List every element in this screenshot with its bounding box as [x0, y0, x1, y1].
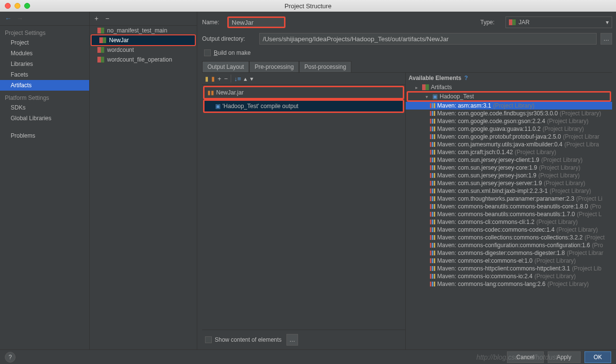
available-library[interactable]: Maven: commons-lang:commons-lang:2.6 (Pr… [406, 280, 612, 288]
library-suffix: (Project Library) [547, 118, 588, 125]
name-label: Name: [202, 19, 223, 26]
available-library[interactable]: Maven: commons-cli:commons-cli:1.2 (Proj… [406, 218, 612, 226]
remove-icon[interactable]: − [105, 15, 109, 22]
available-library[interactable]: Maven: com.sun.jersey:jersey-client:1.9 … [406, 156, 612, 164]
library-name: Maven: commons-el:commons-el:1.0 [437, 257, 533, 264]
sort-icon[interactable]: ↓≡ [234, 75, 241, 82]
browse-button[interactable]: … [600, 33, 612, 45]
available-library[interactable]: Maven: commons-beanutils:commons-beanuti… [406, 203, 612, 210]
available-library[interactable]: Maven: commons-io:commons-io:2.4 (Projec… [406, 272, 612, 280]
sidebar-item-project[interactable]: Project [0, 37, 89, 48]
library-name: Maven: com.google.guava:guava:11.0.2 [437, 126, 540, 132]
artifact-item[interactable]: wordcount_file_operation [90, 55, 197, 64]
available-library[interactable]: Maven: com.jamesmurty.utils:java-xmlbuil… [406, 141, 612, 148]
sidebar-item-libraries[interactable]: Libraries [0, 59, 89, 69]
available-library[interactable]: Maven: com.google.code.gson:gson:2.2.4 (… [406, 117, 612, 125]
available-root-label: Artifacts [431, 84, 452, 91]
library-icon [430, 258, 435, 263]
sidebar-item-global-libraries[interactable]: Global Libraries [0, 113, 89, 124]
type-select[interactable]: JAR ▾ [505, 16, 612, 28]
available-library[interactable]: Maven: com.google.guava:guava:11.0.2 (Pr… [406, 125, 612, 133]
minimize-icon[interactable] [15, 3, 20, 9]
compile-output-label: 'Hadoop_Test' compile output [222, 103, 299, 110]
available-library[interactable]: Maven: com.sun.jersey:jersey-json:1.9 (P… [406, 172, 612, 179]
artifact-item[interactable]: no_manifest_test_main [90, 26, 197, 35]
ok-button[interactable]: OK [584, 351, 611, 363]
library-suffix: (Project L [577, 211, 601, 218]
help-icon[interactable]: ? [464, 75, 468, 81]
help-button[interactable]: ? [5, 352, 16, 363]
add-icon[interactable]: + [95, 15, 98, 22]
maximize-icon[interactable] [24, 3, 30, 9]
available-library[interactable]: Maven: commons-configuration:commons-con… [406, 241, 612, 249]
library-name: Maven: commons-beanutils:commons-beanuti… [437, 203, 588, 210]
available-library[interactable]: Maven: commons-beanutils:commons-beanuti… [406, 210, 612, 218]
library-icon [430, 142, 435, 147]
new-archive-icon[interactable]: ▮ [211, 75, 215, 82]
library-name: Maven: commons-beanutils:commons-beanuti… [437, 211, 575, 218]
add-copy-icon[interactable]: + [218, 75, 221, 82]
tab-output-layout[interactable]: Output Layout [202, 61, 249, 72]
sidebar-item-facets[interactable]: Facets [0, 69, 89, 80]
available-library[interactable]: Maven: asm:asm:3.1 (Project Library) [406, 102, 612, 110]
library-suffix: (Pro [590, 203, 601, 210]
sidebar-item-artifacts[interactable]: Artifacts [0, 80, 89, 91]
available-library[interactable]: Maven: com.jcraft:jsch:0.1.42 (Project L… [406, 148, 612, 156]
titlebar: Project Structure [0, 0, 616, 12]
artifact-item[interactable]: wordcount [90, 45, 197, 55]
jar-root-node[interactable]: ▮▮NewJar.jar [203, 86, 404, 99]
available-library[interactable]: Maven: commons-codec:commons-codec:1.4 (… [406, 226, 612, 234]
library-name: Maven: com.sun.jersey:jersey-core:1.9 [437, 164, 537, 171]
compile-output-node[interactable]: ▣'Hadoop_Test' compile output [203, 99, 404, 113]
show-content-checkbox[interactable] [205, 336, 212, 343]
remove-item-icon[interactable]: − [224, 75, 228, 82]
available-library[interactable]: Maven: commons-el:commons-el:1.0 (Projec… [406, 257, 612, 265]
move-down-icon[interactable]: ▾ [250, 75, 253, 82]
library-icon [430, 150, 435, 155]
tab-pre-processing[interactable]: Pre-processing [249, 61, 299, 72]
available-library[interactable]: Maven: com.sun.xml.bind:jaxb-impl:2.2.3-… [406, 187, 612, 195]
module-icon: ▣ [432, 93, 438, 100]
arrow-down-icon: ▾ [426, 94, 430, 99]
available-library[interactable]: Maven: com.google.code.findbugs:jsr305:3… [406, 110, 612, 117]
available-library[interactable]: Maven: com.sun.jersey:jersey-server:1.9 … [406, 179, 612, 187]
library-name: Maven: com.thoughtworks.paranamer:parana… [437, 195, 574, 202]
new-folder-icon[interactable]: ▮ [205, 75, 208, 82]
move-up-icon[interactable]: ▴ [244, 75, 247, 82]
library-suffix: (Project Library) [515, 149, 556, 156]
library-name: Maven: commons-httpclient:commons-httpcl… [437, 265, 570, 272]
build-on-make-checkbox[interactable] [204, 49, 211, 56]
close-icon[interactable] [5, 3, 11, 9]
sidebar-item-modules[interactable]: Modules [0, 48, 89, 59]
available-library[interactable]: Maven: commons-collections:commons-colle… [406, 234, 612, 241]
name-input[interactable] [227, 16, 285, 28]
available-module[interactable]: ▾▣Hadoop_Test [407, 91, 611, 102]
chevron-down-icon: ▾ [606, 19, 609, 26]
sidebar-item-sdks[interactable]: SDKs [0, 102, 89, 113]
cancel-button[interactable]: Cancel [507, 351, 543, 363]
show-content-label: Show content of elements [215, 336, 282, 343]
library-name: Maven: commons-lang:commons-lang:2.6 [437, 281, 545, 287]
forward-icon[interactable]: → [16, 15, 23, 22]
available-library[interactable]: Maven: com.thoughtworks.paranamer:parana… [406, 195, 612, 203]
library-icon [430, 204, 435, 209]
available-library[interactable]: Maven: com.google.protobuf:protobuf-java… [406, 133, 612, 141]
tab-post-processing[interactable]: Post-processing [299, 61, 351, 72]
library-name: Maven: com.sun.jersey:jersey-client:1.9 [437, 157, 539, 163]
library-icon [430, 189, 435, 193]
available-library[interactable]: Maven: commons-digester:commons-digester… [406, 249, 612, 257]
back-icon[interactable]: ← [5, 15, 12, 22]
show-content-more[interactable]: … [286, 334, 298, 346]
sidebar-item-problems[interactable]: Problems [0, 130, 89, 141]
apply-button[interactable]: Apply [548, 351, 581, 363]
available-library[interactable]: Maven: commons-httpclient:commons-httpcl… [406, 265, 612, 272]
library-suffix: (Project Lib [572, 265, 601, 272]
library-suffix: (Project Library) [493, 102, 534, 109]
library-suffix: (Project Library) [560, 110, 601, 117]
output-dir-input[interactable] [259, 33, 597, 45]
available-root[interactable]: ▸Artifacts [406, 83, 612, 91]
library-icon [430, 119, 435, 124]
artifact-item-selected[interactable]: NewJar [91, 34, 196, 46]
library-name: Maven: commons-codec:commons-codec:1.4 [437, 226, 554, 233]
available-library[interactable]: Maven: com.sun.jersey:jersey-core:1.9 (P… [406, 164, 612, 172]
